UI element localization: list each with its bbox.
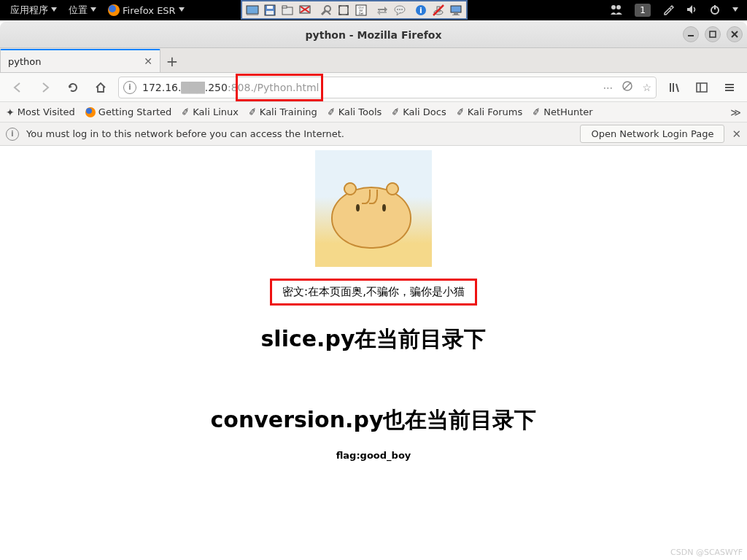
open-network-login-button[interactable]: Open Network Login Page [580,125,724,143]
sidebar-icon[interactable] [692,77,712,98]
site-info-icon[interactable]: i [123,81,136,94]
tab-python[interactable]: python ✕ [0,49,160,72]
svg-point-33 [611,5,616,9]
bookmark-getting-started[interactable]: Getting Started [85,106,172,117]
cat-image [315,150,432,267]
applications-menu[interactable]: 应用程序 [4,0,63,20]
svg-rect-16 [339,6,348,15]
back-button[interactable] [7,77,28,98]
new-tab-button[interactable]: + [160,50,184,72]
computer-icon[interactable] [447,2,465,18]
chat-icon[interactable] [391,2,409,18]
volume-icon[interactable] [686,4,697,18]
ctrl-alt-del-icon[interactable]: CtrlAltDel [352,2,370,18]
color-picker-icon[interactable] [662,4,674,18]
navigation-toolbar: i 172.16.███.250:808./Python.html ⋯ ☆ [0,73,747,102]
firefox-icon [85,107,96,117]
gnome-top-bar: 应用程序 位置 Firefox ESR CtrlAltDel i 1 [0,0,747,20]
forward-button[interactable] [35,77,55,98]
svg-point-24 [401,9,403,10]
svg-text:i: i [419,6,422,15]
svg-line-46 [676,84,678,92]
tab-close-icon[interactable]: ✕ [144,55,152,67]
window-minimize-button[interactable] [683,26,699,42]
svg-rect-9 [282,6,287,8]
chevron-down-icon [732,7,738,13]
bookmark-star-icon[interactable]: ☆ [642,82,651,93]
screen-off-icon[interactable] [296,2,314,18]
svg-marker-1 [90,7,96,12]
svg-rect-39 [710,31,716,37]
svg-rect-7 [266,11,274,15]
save-icon[interactable] [261,2,279,18]
url-bar[interactable]: i 172.16.███.250:808./Python.html ⋯ ☆ [118,77,657,98]
places-menu[interactable]: 位置 [63,0,102,20]
bookmark-kali-forums[interactable]: ✐Kali Forums [457,106,523,117]
svg-point-23 [399,9,400,10]
bookmark-kali-docs[interactable]: ✐Kali Docs [392,106,446,117]
window-titlebar[interactable]: python - Mozilla Firefox [0,22,747,48]
workspace-indicator[interactable]: 1 [635,4,651,17]
heading-slice: slice.py在当前目录下 [0,324,747,354]
svg-marker-37 [732,7,738,12]
bookmark-nethunter[interactable]: ✐NetHunter [533,106,592,117]
svg-rect-47 [697,83,707,92]
svg-point-34 [616,5,621,9]
bookmark-kali-tools[interactable]: ✐Kali Tools [328,106,382,117]
info-icon[interactable]: i [412,2,430,18]
transfer-icon[interactable] [374,2,391,18]
svg-rect-31 [454,13,458,15]
fullscreen-icon[interactable] [335,2,352,18]
window-title: python - Mozilla Firefox [306,29,442,41]
firefox-window: python - Mozilla Firefox python ✕ + i 17… [0,22,747,560]
window-close-button[interactable] [727,26,743,42]
svg-marker-2 [179,7,185,12]
svg-text:Del: Del [359,12,364,15]
svg-rect-32 [452,15,460,15]
taskbar-panel: CtrlAltDel i [241,0,468,20]
bookmarks-toolbar: ✦Most Visited Getting Started ✐Kali Linu… [0,102,747,122]
tab-label: python [8,56,41,67]
captive-portal-message: You must log in to this network before y… [26,128,344,139]
folder-icon[interactable] [279,2,296,18]
reload-button[interactable] [63,77,83,98]
active-app-menu[interactable]: Firefox ESR [102,0,190,20]
disconnect-icon[interactable] [430,2,447,18]
tools-icon[interactable] [317,2,335,18]
svg-rect-6 [267,6,273,9]
svg-point-22 [397,9,398,10]
bookmark-kali-training[interactable]: ✐Kali Training [249,106,317,117]
svg-rect-4 [247,14,258,15]
firefox-icon [108,4,120,16]
home-button[interactable] [90,77,111,98]
svg-marker-0 [51,7,57,12]
protection-icon[interactable] [622,80,633,94]
notification-close-icon[interactable]: ✕ [732,128,741,141]
cipher-text: 密文:在本页面奥,不骗你，骗你是小猫 [270,279,477,306]
library-icon[interactable] [664,77,684,98]
bookmarks-overflow-icon[interactable]: ≫ [730,106,741,118]
reader-mode-icon[interactable]: ⋯ [603,82,613,93]
hamburger-menu-icon[interactable] [719,77,740,98]
url-text: 172.16.███.250:808./Python.html [142,82,319,93]
heading-conversion: conversion.py也在当前目录下 [0,405,747,435]
bookmark-kali-linux[interactable]: ✐Kali Linux [182,106,239,117]
power-icon[interactable] [709,4,721,18]
captive-portal-bar: i You must log in to this network before… [0,122,747,146]
svg-rect-3 [247,6,258,14]
page-content: 密文:在本页面奥,不骗你，骗你是小猫 slice.py在当前目录下 conver… [0,146,747,560]
show-desktop-icon[interactable] [244,2,261,18]
svg-line-43 [624,82,631,90]
info-icon: i [6,128,19,141]
users-icon[interactable] [610,4,623,17]
window-maximize-button[interactable] [705,26,721,42]
bookmark-most-visited[interactable]: ✦Most Visited [6,106,75,118]
svg-rect-30 [451,6,461,12]
watermark: CSDN @SCASWYF [670,548,743,557]
tab-strip: python ✕ + [0,48,747,73]
flag-text: flag:good_boy [0,450,747,461]
